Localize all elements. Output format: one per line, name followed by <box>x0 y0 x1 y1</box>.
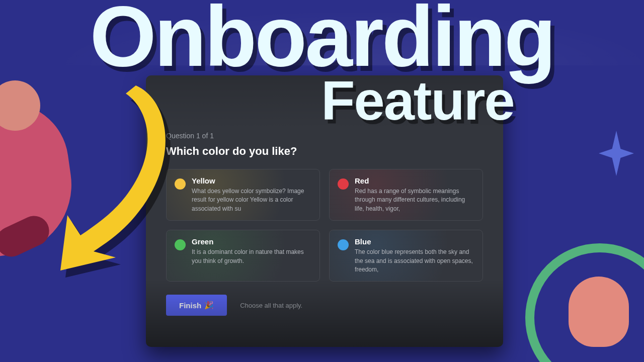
helper-text: Choose all that apply. <box>240 302 302 309</box>
finish-button[interactable]: Finish 🎉 <box>166 295 227 316</box>
bg-sparkle-icon <box>599 131 634 176</box>
options-grid: Yellow What does yellow color symbolize?… <box>166 169 483 282</box>
option-desc: Red has a range of symbolic meanings thr… <box>355 187 474 213</box>
party-icon: 🎉 <box>204 301 214 310</box>
option-red[interactable]: Red Red has a range of symbolic meanings… <box>329 169 483 221</box>
modal-footer: Finish 🎉 Choose all that apply. <box>166 295 483 316</box>
option-title: Blue <box>355 237 474 246</box>
option-desc: The color blue represents both the sky a… <box>355 248 474 274</box>
option-title: Yellow <box>192 176 311 185</box>
onboarding-modal: Question 1 of 1 Which color do you like?… <box>146 75 503 347</box>
option-blue[interactable]: Blue The color blue represents both the … <box>329 230 483 282</box>
swatch-icon <box>338 239 349 250</box>
option-desc: It is a dominant color in nature that ma… <box>192 248 311 265</box>
swatch-icon <box>338 178 349 190</box>
bg-gradient-stroke <box>0 0 644 65</box>
finish-label: Finish <box>179 301 201 310</box>
question-title: Which color do you like? <box>166 145 483 158</box>
option-desc: What does yellow color symbolize? Image … <box>192 187 311 213</box>
question-counter: Question 1 of 1 <box>166 132 483 140</box>
option-title: Green <box>192 237 311 246</box>
arrow-icon <box>45 80 196 272</box>
bg-hand-blob <box>569 277 629 347</box>
option-title: Red <box>355 176 474 185</box>
